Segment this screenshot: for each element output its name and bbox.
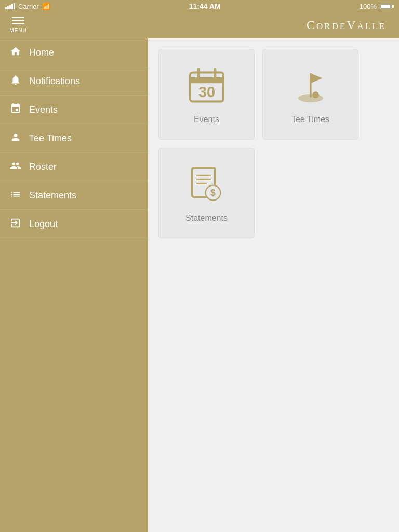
status-right: 100% bbox=[360, 3, 394, 10]
list-icon bbox=[9, 189, 22, 203]
svg-point-8 bbox=[312, 91, 319, 98]
time-label: 11:44 AM bbox=[189, 2, 221, 10]
sidebar-item-logout[interactable]: Logout bbox=[0, 210, 148, 238]
svg-text:30: 30 bbox=[198, 84, 215, 100]
header: MENU CordeValle bbox=[0, 12, 399, 38]
sidebar-item-events[interactable]: Events bbox=[0, 96, 148, 124]
svg-text:$: $ bbox=[210, 187, 216, 197]
people-icon bbox=[9, 160, 22, 174]
menu-button[interactable]: MENU bbox=[5, 12, 31, 38]
statements-card-icon: $ bbox=[186, 164, 228, 207]
main-layout: Home Notifications Events Tee Times Rost bbox=[0, 38, 399, 532]
app-title: CordeValle bbox=[31, 18, 394, 32]
tee-times-card-label: Tee Times bbox=[291, 115, 329, 124]
tee-times-card[interactable]: Tee Times bbox=[262, 49, 358, 140]
sidebar-item-logout-label: Logout bbox=[29, 219, 58, 230]
sidebar-item-events-label: Events bbox=[29, 104, 58, 115]
sidebar-item-statements-label: Statements bbox=[29, 190, 76, 201]
calendar-icon bbox=[9, 103, 22, 117]
battery-pct-label: 100% bbox=[360, 3, 377, 10]
signal-icon bbox=[5, 3, 15, 9]
events-card-icon: 30 bbox=[186, 65, 228, 109]
status-left: Carrier 📶 bbox=[5, 3, 50, 10]
sidebar-item-home[interactable]: Home bbox=[0, 38, 148, 67]
sidebar-item-home-label: Home bbox=[29, 47, 54, 58]
battery-icon bbox=[380, 4, 394, 9]
status-bar: Carrier 📶 11:44 AM 100% bbox=[0, 0, 399, 12]
statements-card[interactable]: $ Statements bbox=[158, 148, 255, 238]
sidebar-item-tee-times-label: Tee Times bbox=[29, 133, 72, 144]
home-icon bbox=[9, 46, 22, 60]
menu-label: MENU bbox=[9, 28, 26, 33]
events-card-label: Events bbox=[194, 115, 219, 124]
content-area: 30 Events Tee Times bbox=[148, 38, 399, 532]
tee-times-card-icon bbox=[290, 65, 331, 109]
exit-icon bbox=[9, 217, 22, 231]
wifi-icon: 📶 bbox=[42, 3, 50, 10]
sidebar-item-roster-label: Roster bbox=[29, 162, 57, 172]
person-icon bbox=[9, 131, 22, 145]
svg-marker-7 bbox=[311, 73, 322, 83]
sidebar-item-notifications-label: Notifications bbox=[29, 76, 80, 87]
sidebar-item-tee-times[interactable]: Tee Times bbox=[0, 124, 148, 153]
carrier-label: Carrier bbox=[18, 3, 39, 10]
sidebar-item-statements[interactable]: Statements bbox=[0, 181, 148, 210]
sidebar-item-roster[interactable]: Roster bbox=[0, 153, 148, 181]
events-card[interactable]: 30 Events bbox=[158, 49, 255, 140]
sidebar-item-notifications[interactable]: Notifications bbox=[0, 67, 148, 96]
sidebar: Home Notifications Events Tee Times Rost bbox=[0, 38, 148, 532]
bell-icon bbox=[9, 74, 22, 88]
statements-card-label: Statements bbox=[185, 214, 228, 223]
svg-rect-1 bbox=[190, 77, 223, 83]
